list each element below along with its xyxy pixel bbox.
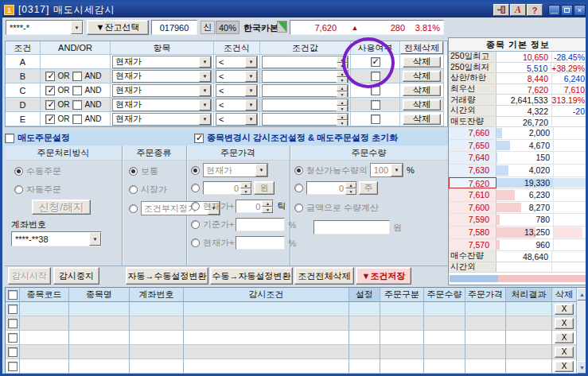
shares-unit-button[interactable]: 주 xyxy=(359,181,378,195)
radio-cur-pct[interactable] xyxy=(191,238,200,247)
spinner[interactable]: ▲▼ xyxy=(262,200,273,212)
stock-code-input[interactable]: 017960 xyxy=(151,20,197,35)
delete-row-button[interactable]: 삭제 xyxy=(403,56,441,68)
ask-price[interactable]: 7,660 xyxy=(449,127,496,139)
delete-all-conditions-button[interactable]: 조건전체삭제 xyxy=(294,267,354,285)
delete-row-button[interactable]: 삭제 xyxy=(403,99,441,110)
delete-row-button[interactable]: 삭제 xyxy=(403,71,441,82)
row-checkbox[interactable] xyxy=(8,319,18,328)
price-current-select[interactable]: 현재가▼ xyxy=(203,163,268,177)
spinner[interactable]: ▲▼ xyxy=(240,182,251,194)
and-checkbox[interactable] xyxy=(72,100,82,110)
bid-price[interactable]: 7,600 xyxy=(449,202,496,214)
qty-amount-option[interactable]: 금액으로 수량계산 xyxy=(294,202,379,214)
radio-amount[interactable] xyxy=(294,204,303,212)
ask-row-current[interactable]: 7,62019,330 xyxy=(449,177,587,190)
tick-input[interactable]: 0▲▼ xyxy=(236,200,274,213)
scroll-down-icon[interactable]: ▼ xyxy=(577,361,587,374)
watch-stop-button[interactable]: 감시중지 xyxy=(53,267,99,285)
bid-price[interactable]: 7,570 xyxy=(449,239,496,251)
manual-order-option[interactable]: 수동주문 xyxy=(14,165,61,177)
close-button[interactable]: × xyxy=(574,5,586,16)
use-checkbox[interactable] xyxy=(371,86,380,95)
auto-to-manual-button[interactable]: 자동→수동설정변환 xyxy=(126,267,208,285)
row-checkbox[interactable] xyxy=(8,304,18,314)
item-select[interactable]: 현재가▼ xyxy=(112,84,212,97)
current-price-cell[interactable]: 7,620 xyxy=(449,177,496,189)
operator-select[interactable]: <▼ xyxy=(216,113,258,126)
maximize-button[interactable] xyxy=(561,5,573,16)
shares-input[interactable]: 0▲▼ xyxy=(306,181,357,195)
bid-price[interactable]: 7,590 xyxy=(449,214,496,226)
amount-input[interactable] xyxy=(313,220,390,235)
radio-liquidation[interactable] xyxy=(294,166,303,175)
operator-select[interactable]: <▼ xyxy=(216,56,258,68)
bid-row[interactable]: 7,570960 xyxy=(449,239,587,252)
manual-to-auto-button[interactable]: 수동→자동설정변환 xyxy=(210,267,293,285)
price-won-option[interactable]: 0▲▼ 원 xyxy=(191,181,275,195)
help-icon[interactable]: ? xyxy=(527,4,543,16)
item-select[interactable]: 현재가▼ xyxy=(112,56,212,68)
or-checkbox[interactable] xyxy=(45,114,55,124)
chevron-down-icon[interactable]: ▼ xyxy=(71,21,83,34)
operator-select[interactable]: <▼ xyxy=(216,99,258,111)
item-select[interactable]: 현재가▼ xyxy=(112,113,212,126)
row-checkbox[interactable] xyxy=(8,333,18,343)
delete-row-button[interactable]: X xyxy=(555,332,574,343)
sell-order-checkbox[interactable] xyxy=(5,134,14,143)
price-tick-option[interactable]: 현재가+ 0▲▼ 틱 xyxy=(191,200,286,213)
bid-row[interactable]: 7,58013,250 xyxy=(449,227,587,239)
price-base-pct-option[interactable]: 기준가+ % xyxy=(191,218,296,231)
radio-base-pct[interactable] xyxy=(191,220,200,229)
item-select[interactable]: 현재가▼ xyxy=(112,99,212,111)
account-number-select[interactable]: ****-**38 ▼ xyxy=(11,231,102,246)
bid-row[interactable]: 7,6106,230 xyxy=(449,189,587,202)
delete-row-button[interactable]: 삭제 xyxy=(403,114,441,125)
ask-row[interactable]: 7,6504,670 xyxy=(449,140,587,153)
init-on-change-checkbox[interactable] xyxy=(194,134,204,143)
or-checkbox[interactable] xyxy=(45,86,55,95)
spinner[interactable]: ▲▼ xyxy=(337,114,348,125)
delete-row-button[interactable]: X xyxy=(555,361,574,372)
price-current-option[interactable]: 현재가▼ xyxy=(191,163,268,177)
spinner[interactable]: ▲▼ xyxy=(337,99,348,110)
condition-value-input[interactable]: ▲▼ xyxy=(262,113,349,126)
bid-price[interactable]: 7,580 xyxy=(449,227,496,238)
account-select[interactable]: ****-* ▼ xyxy=(6,20,84,35)
auto-order-option[interactable]: 자동주문 xyxy=(14,184,61,196)
bid-price[interactable]: 7,610 xyxy=(449,189,496,201)
delete-row-button[interactable]: X xyxy=(555,304,574,315)
or-checkbox[interactable] xyxy=(45,100,55,110)
radio-auto-order[interactable] xyxy=(14,185,23,194)
radio-market[interactable] xyxy=(129,185,138,194)
chevron-down-icon[interactable]: ▼ xyxy=(89,232,101,246)
or-checkbox[interactable] xyxy=(45,72,55,81)
use-checkbox[interactable] xyxy=(371,57,380,67)
scroll-up-icon[interactable]: ▲ xyxy=(577,288,587,300)
liquidation-pct-select[interactable]: 100▼ xyxy=(370,163,403,177)
balance-select-button[interactable]: ▼잔고선택 xyxy=(87,20,149,35)
radio-conditional[interactable] xyxy=(129,204,138,213)
cur-pct-input[interactable] xyxy=(236,236,285,250)
apply-cancel-button[interactable]: 신청/해지 xyxy=(32,200,91,215)
select-all-checkbox[interactable] xyxy=(8,290,18,300)
spinner[interactable]: ▲▼ xyxy=(345,182,356,194)
price-cur-pct-option[interactable]: 현재가+ % xyxy=(191,236,296,250)
radio-normal[interactable] xyxy=(129,167,138,176)
scrollbar[interactable]: ▲ ▼ xyxy=(576,288,587,374)
delete-row-button[interactable]: X xyxy=(555,347,574,358)
radio-price-tick[interactable] xyxy=(191,202,200,211)
spinner[interactable]: ▲▼ xyxy=(337,71,348,82)
and-checkbox[interactable] xyxy=(72,114,82,124)
font-icon[interactable]: A xyxy=(510,4,526,16)
bid-row[interactable]: 7,6008,270 xyxy=(449,202,587,215)
qty-shares-option[interactable]: 0▲▼ 주 xyxy=(294,181,378,195)
item-select[interactable]: 현재가▼ xyxy=(112,70,212,83)
base-pct-input[interactable] xyxy=(236,218,285,231)
radio-shares[interactable] xyxy=(294,184,303,192)
and-checkbox[interactable] xyxy=(72,86,82,95)
ask-row[interactable]: 7,6304,020 xyxy=(449,165,587,177)
won-unit-button[interactable]: 원 xyxy=(254,181,275,195)
and-checkbox[interactable] xyxy=(72,72,82,81)
operator-select[interactable]: <▼ xyxy=(216,70,258,83)
